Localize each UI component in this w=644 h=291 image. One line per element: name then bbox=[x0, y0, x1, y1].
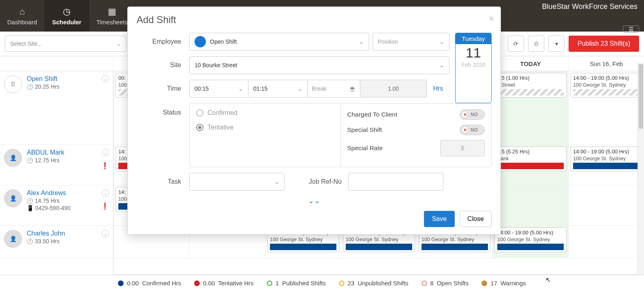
hrs-label: Hrs bbox=[427, 80, 449, 98]
print-button[interactable]: ⎙ bbox=[528, 36, 544, 52]
shift-status-bar bbox=[573, 89, 640, 96]
employee-name[interactable]: Charles John bbox=[27, 230, 65, 237]
expand-more-button[interactable]: ⌄⌄ bbox=[137, 196, 492, 205]
shift-location: 100 George St. Sydney bbox=[270, 236, 336, 243]
status-tentative-radio[interactable]: Tentative bbox=[196, 124, 334, 131]
stat-confirmed: 0.00Confirmed Hrs bbox=[118, 280, 181, 287]
close-button[interactable]: Close bbox=[460, 211, 492, 227]
dollar-icon: $ bbox=[461, 144, 464, 152]
special-shift-label: Special Shift bbox=[347, 126, 382, 134]
employee-name[interactable]: ABDUL Mark bbox=[27, 149, 64, 156]
scrollbar-thumb[interactable] bbox=[639, 64, 643, 129]
caret-down-icon: ▾ bbox=[555, 40, 558, 47]
position-select[interactable]: Position ⌄ bbox=[372, 33, 449, 51]
day-header-today[interactable]: TODAY bbox=[492, 56, 568, 71]
warning-icon[interactable]: ❗ bbox=[101, 162, 109, 170]
calendar-icon: ▦ bbox=[108, 6, 116, 17]
employee-row-alex: 👤 Alex Andrews 🕐14.75 Hrs 📱0429-590-490 … bbox=[0, 185, 113, 226]
field-label-time: Time bbox=[137, 85, 189, 92]
employee-row-abdul: 👤 ABDUL Mark 🕐12.75 Hrs ⌄ ❗ bbox=[0, 145, 113, 185]
field-label-site: Site bbox=[137, 62, 189, 69]
hamburger-menu[interactable]: ☰ bbox=[623, 25, 639, 33]
employee-hours: 12.75 Hrs bbox=[35, 157, 60, 164]
nav-dashboard[interactable]: ⌂ Dashboard bbox=[0, 0, 45, 32]
modal-title: Add Shift bbox=[137, 14, 492, 25]
shift-card[interactable]: :15 (5.25 Hrs) Bank bbox=[494, 147, 567, 171]
status-confirmed-radio[interactable]: Confirmed bbox=[196, 109, 334, 117]
chevron-down-icon: ⌄ bbox=[439, 62, 444, 68]
clock-icon: 🕐 bbox=[27, 84, 33, 90]
chevron-down-icon: ⌄ bbox=[439, 38, 444, 45]
row-expand-button[interactable]: ⌄ bbox=[102, 230, 109, 237]
person-icon: 👤 bbox=[195, 36, 206, 47]
stat-warnings: 17Warnings bbox=[481, 280, 526, 287]
status-footer: 0.00Confirmed Hrs 0.00Tentative Hrs 1Pub… bbox=[0, 275, 644, 291]
field-label-jobref: Job Ref-No bbox=[309, 178, 348, 185]
employee-name[interactable]: Open Shift bbox=[27, 75, 60, 83]
shift-card[interactable]: 14:00 - 19:00 (5.00 Hrs) 100 George St. … bbox=[570, 147, 642, 171]
row-expand-button[interactable]: ⌄ bbox=[102, 75, 109, 83]
chevron-down-icon: ⌄ bbox=[238, 85, 243, 92]
shift-card[interactable]: 14:00 - 19:00 (5.00 Hrs) 100 George St. … bbox=[494, 227, 567, 252]
dot-icon bbox=[194, 280, 200, 286]
row-expand-button[interactable]: ⌄ bbox=[102, 149, 109, 156]
toggle-value: NO bbox=[471, 127, 478, 133]
shift-time: :15 (5.25 Hrs) bbox=[497, 149, 564, 155]
grid-cell-today[interactable]: :15 (1.00 Hrs) e Street bbox=[492, 71, 568, 144]
day-header-sun[interactable]: Sun 16, Feb bbox=[568, 56, 644, 71]
shift-status-bar bbox=[497, 89, 564, 96]
special-shift-toggle[interactable]: ✕ NO bbox=[460, 125, 485, 135]
modal-close-button[interactable]: × bbox=[489, 13, 494, 24]
refresh-button[interactable]: ⟳ bbox=[508, 36, 524, 52]
shift-location: 100 George St. Sydney bbox=[573, 82, 640, 88]
nav-scheduler-label: Scheduler bbox=[52, 19, 81, 25]
date-monthyear: Feb 2020 bbox=[456, 62, 491, 70]
x-icon: ✕ bbox=[461, 126, 469, 134]
date-badge[interactable]: Tuesday 11 Feb 2020 bbox=[455, 33, 492, 103]
row-expand-button[interactable]: ⌄ bbox=[102, 189, 109, 197]
site-select[interactable]: 10 Bourke Street ⌄ bbox=[189, 56, 449, 74]
nav-scheduler[interactable]: ◷ Scheduler bbox=[45, 0, 89, 32]
radio-icon bbox=[196, 124, 203, 131]
publish-button[interactable]: Publish 23 Shift(s) bbox=[569, 36, 639, 52]
chevron-down-icon: ⌄ bbox=[116, 40, 121, 47]
warning-icon[interactable]: ❗ bbox=[101, 202, 109, 210]
coffee-icon: ☕ bbox=[349, 85, 356, 92]
position-placeholder: Position bbox=[378, 38, 398, 45]
avatar: 👤 bbox=[4, 230, 22, 248]
shift-card[interactable]: :15 (1.00 Hrs) e Street bbox=[494, 73, 567, 98]
special-rate-input[interactable]: $ bbox=[440, 140, 485, 156]
save-button[interactable]: Save bbox=[424, 211, 455, 227]
site-filter-select[interactable]: Select Site... ⌄ bbox=[5, 36, 126, 52]
date-dow: Tuesday bbox=[456, 33, 491, 44]
nav-timesheets-label: Timesheets bbox=[96, 19, 128, 25]
shift-time: 14:00 - 19:00 (5.00 Hrs) bbox=[573, 75, 640, 82]
time-start-select[interactable]: 00:15 ⌄ bbox=[189, 80, 248, 98]
employee-row-charles: 👤 Charles John 🕐33.50 Hrs ⌄ bbox=[0, 226, 113, 258]
employee-select[interactable]: 👤 Open Shift ⌄ bbox=[189, 33, 369, 51]
more-dropdown[interactable]: ▾ bbox=[548, 36, 565, 52]
employee-row-open-shift: 🗓 Open Shift 🕐20.25 Hrs ⌄ bbox=[0, 71, 113, 145]
home-icon: ⌂ bbox=[19, 6, 25, 17]
time-end-select[interactable]: 01:15 ⌄ bbox=[248, 80, 308, 98]
clock-icon: 🕐 bbox=[27, 157, 33, 164]
task-select[interactable]: ⌄ bbox=[189, 173, 285, 191]
employee-phone: 0429-590-490 bbox=[35, 205, 71, 211]
shift-status-bar bbox=[497, 244, 564, 250]
refresh-icon: ⟳ bbox=[513, 40, 518, 47]
charged-to-client-toggle[interactable]: ✕ NO bbox=[460, 109, 485, 120]
x-icon: ✕ bbox=[461, 111, 469, 118]
phone-icon: 📱 bbox=[27, 205, 34, 211]
job-ref-input[interactable] bbox=[348, 173, 443, 191]
grid-cell[interactable]: 14:00 - 19:00 (5.00 Hrs) 100 George St. … bbox=[568, 71, 644, 144]
break-input[interactable]: Break ☕ bbox=[308, 80, 360, 98]
shift-time: 14:00 - 19:00 (5.00 Hrs) bbox=[573, 149, 640, 155]
dot-icon bbox=[267, 280, 272, 286]
shift-location: 100 George St. Sydney bbox=[497, 236, 564, 243]
employee-name[interactable]: Alex Andrews bbox=[27, 189, 71, 197]
vertical-scrollbar[interactable] bbox=[638, 62, 644, 275]
shift-card[interactable]: 14:00 - 19:00 (5.00 Hrs) 100 George St. … bbox=[570, 73, 642, 98]
shift-status-bar bbox=[497, 163, 564, 169]
shift-location: e Street bbox=[497, 82, 564, 88]
employee-sidebar: 🗓 Open Shift 🕐20.25 Hrs ⌄ 👤 ABDUL Mark 🕐… bbox=[0, 71, 113, 275]
